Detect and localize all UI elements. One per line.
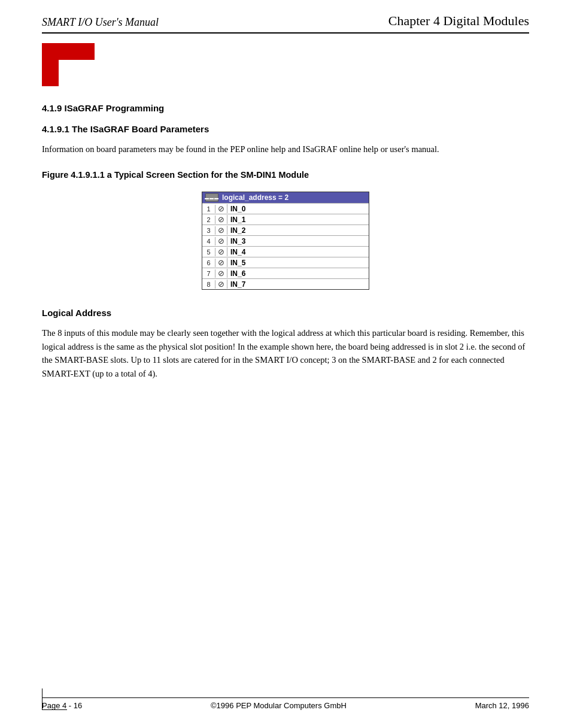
logo-area: [42, 43, 529, 86]
footer-page-number: Page 4 - 16: [42, 701, 82, 710]
widget-row: 6⊘IN_5: [202, 257, 369, 268]
widget-row: 2⊘IN_1: [202, 214, 369, 225]
row-number: 3: [202, 226, 215, 235]
footer-copyright: ©1996 PEP Modular Computers GmbH: [211, 701, 347, 710]
row-label: IN_3: [227, 237, 245, 245]
footer-date: March 12, 1996: [475, 701, 529, 710]
row-label: IN_6: [227, 269, 245, 278]
header-icon-glyph: ▬▬▬: [205, 196, 219, 200]
widget-header-label: logical_address = 2: [222, 193, 288, 202]
chapter-title: Chapter 4 Digital Modules: [388, 13, 529, 29]
isagraf-widget: ▬▬▬ logical_address = 2 1⊘IN_02⊘IN_13⊘IN…: [202, 192, 369, 290]
row-label: IN_2: [227, 226, 245, 235]
intro-paragraph: Information on board parameters may be f…: [42, 142, 529, 156]
widget-row: 3⊘IN_2: [202, 225, 369, 235]
row-label: IN_5: [227, 259, 245, 267]
section-419-title: 4.1.9 ISaGRAF Programming: [42, 103, 529, 113]
row-label: IN_4: [227, 248, 245, 256]
page-footer: Page 4 - 16 ©1996 PEP Modular Computers …: [42, 697, 529, 710]
row-status-icon: ⊘: [215, 236, 227, 245]
manual-title: SMART I/O User's Manual: [42, 16, 159, 29]
row-status-icon: ⊘: [215, 215, 227, 224]
main-content: 4.1.9 ISaGRAF Programming 4.1.9.1 The IS…: [42, 103, 529, 380]
row-number: 8: [202, 280, 215, 289]
row-number: 6: [202, 259, 215, 267]
logical-address-title: Logical Address: [42, 308, 529, 318]
row-status-icon: ⊘: [215, 247, 227, 256]
page-header: SMART I/O User's Manual Chapter 4 Digita…: [42, 0, 529, 34]
row-status-icon: ⊘: [215, 280, 227, 289]
widget-header-icon: ▬▬▬: [205, 193, 218, 202]
widget-row: 1⊘IN_0: [202, 203, 369, 214]
row-label: IN_1: [227, 216, 245, 224]
row-status-icon: ⊘: [215, 269, 227, 278]
widget-row: 8⊘IN_7: [202, 278, 369, 289]
row-number: 2: [202, 216, 215, 224]
logical-address-body: The 8 inputs of this module may be clear…: [42, 326, 529, 380]
row-label: IN_7: [227, 280, 245, 289]
page: SMART I/O User's Manual Chapter 4 Digita…: [0, 0, 571, 728]
row-label: IN_0: [227, 205, 245, 213]
row-status-icon: ⊘: [215, 258, 227, 267]
row-status-icon: ⊘: [215, 204, 227, 213]
row-number: 5: [202, 248, 215, 256]
figure-title: Figure 4.1.9.1.1 a Typical Screen Sectio…: [42, 170, 529, 180]
widget-row: 4⊘IN_3: [202, 235, 369, 246]
row-status-icon: ⊘: [215, 226, 227, 235]
widget-rows: 1⊘IN_02⊘IN_13⊘IN_24⊘IN_35⊘IN_46⊘IN_57⊘IN…: [202, 203, 369, 289]
row-number: 1: [202, 205, 215, 213]
widget-row: 7⊘IN_6: [202, 268, 369, 278]
row-number: 7: [202, 269, 215, 278]
row-number: 4: [202, 237, 215, 245]
widget-row: 5⊘IN_4: [202, 246, 369, 257]
section-4191-title: 4.1.9.1 The ISaGRAF Board Parameters: [42, 124, 529, 134]
widget-header: ▬▬▬ logical_address = 2: [202, 192, 369, 203]
